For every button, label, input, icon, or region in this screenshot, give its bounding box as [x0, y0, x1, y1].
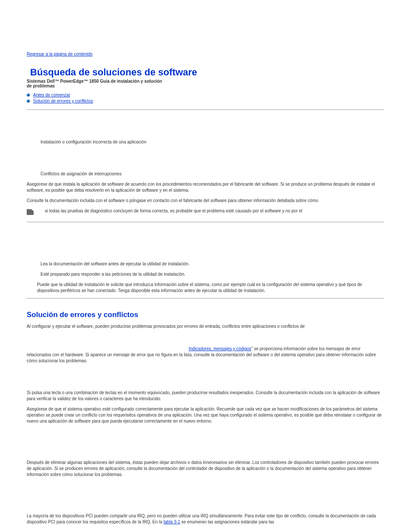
list-item: Lea la documentación del software antes … [40, 261, 384, 267]
list-item: Instalación o configuración incorrecta d… [40, 139, 384, 145]
body-text: Puede que la utilidad de instalación le … [37, 282, 384, 294]
list-item: Conflictos de asignación de interrupcion… [40, 171, 384, 177]
note-text: si todas las pruebas de diagnóstico conc… [45, 208, 302, 214]
toc-link-solutions[interactable]: Solución de errores y conflictos [33, 99, 93, 103]
toc-list: Antes de comenzar Solución de errores y … [27, 93, 384, 103]
body-text: Indicadores, mensajes y códigos" se prop… [27, 346, 384, 364]
body-text: Consulte la documentación incluida con e… [27, 198, 384, 204]
body-text: La mayoría de los dispositivos PCI puede… [27, 513, 384, 525]
divider [27, 109, 384, 110]
note-icon [27, 208, 34, 215]
body-text: Al configurar y ejecutar el software, pu… [27, 324, 384, 330]
note-block: si todas las pruebas de diagnóstico conc… [27, 208, 384, 216]
divider [27, 298, 384, 299]
toc-item: Solución de errores y conflictos [27, 99, 384, 103]
body-text: Después de eliminar algunas aplicaciones… [27, 460, 384, 478]
body-text: Si pulsa una tecla o una combinación de … [27, 390, 384, 402]
bullet-icon [27, 93, 30, 96]
bullet-icon [27, 100, 30, 103]
divider [27, 222, 384, 222]
toc-item: Antes de comenzar [27, 93, 384, 97]
body-text-part: se enumeran las asignaciones estándar pa… [180, 520, 274, 524]
section-heading: Solución de errores y conflictos [27, 311, 384, 319]
body-text: Asegúrese de que instala la aplicación d… [27, 181, 384, 193]
back-to-contents-link[interactable]: Regresar a la página de contenido [27, 52, 93, 56]
table-link[interactable]: tabla 3-1 [163, 520, 180, 524]
page-subtitle: Sistemas Dell™ PowerEdge™ 1850 Guía de i… [27, 79, 165, 88]
page-title: Búsqueda de soluciones de software [30, 67, 384, 78]
list-item: Esté preparado para responder a las peti… [40, 271, 384, 277]
indicators-link[interactable]: Indicadores, mensajes y códigos [189, 346, 251, 351]
toc-link-before[interactable]: Antes de comenzar [33, 93, 70, 97]
body-text: Asegúrese de que el sistema operativo es… [27, 406, 384, 424]
